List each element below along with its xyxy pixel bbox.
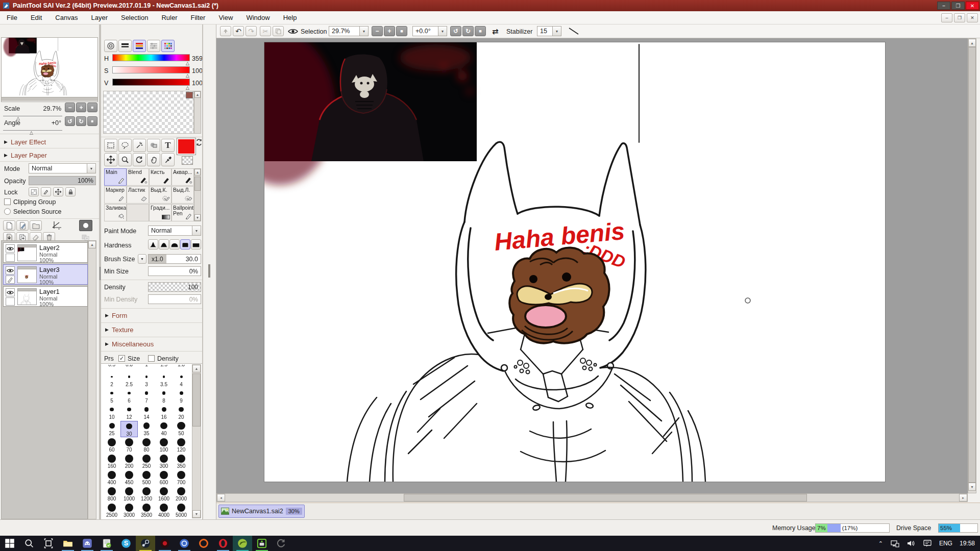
blend-mode-combo[interactable]: Normal▼ xyxy=(29,163,96,173)
title-bar[interactable]: PaintTool SAI Ver.2 (64bit) Preview.2017… xyxy=(0,0,980,11)
cut-button[interactable]: ✂ xyxy=(260,26,271,36)
canvas[interactable] xyxy=(264,42,886,482)
taskbar-app-blue-circle-icon[interactable] xyxy=(175,536,194,551)
size-preset-5000[interactable]: 5000 xyxy=(173,503,190,519)
size-preset-clipped[interactable]: 1.8 xyxy=(173,365,190,371)
size-preset-700[interactable]: 700 xyxy=(173,470,190,486)
canvas-vscrollbar[interactable]: ▲ ▼ xyxy=(968,38,976,493)
toolbar-scroll-button[interactable] xyxy=(220,26,231,36)
scroll-right-icon[interactable]: ▸ xyxy=(959,494,967,502)
hsv-slider-button[interactable] xyxy=(133,40,146,52)
hardness-soft-button[interactable] xyxy=(159,239,169,249)
hardness-spike-button[interactable] xyxy=(148,239,158,249)
brush-гради-[interactable]: Гради... xyxy=(149,204,172,221)
size-preset-clipped[interactable]: 0.8 xyxy=(120,365,138,371)
size-preset-1000[interactable]: 1000 xyxy=(120,486,138,503)
taskbar-steam-icon[interactable] xyxy=(136,536,155,551)
text-tool[interactable]: T xyxy=(161,139,175,152)
brush-main[interactable]: Main xyxy=(104,168,127,186)
size-preset-20[interactable]: 20 xyxy=(173,405,190,421)
hardness-medium-button[interactable] xyxy=(169,239,180,249)
transform-tool-button[interactable] xyxy=(51,220,66,231)
saturation-slider[interactable] xyxy=(112,66,190,73)
scale-minus-button[interactable]: − xyxy=(65,103,75,112)
paint-mode-combo[interactable]: Normal▼ xyxy=(148,226,201,236)
size-preset-600[interactable]: 600 xyxy=(155,470,173,486)
redo-button[interactable]: ↷ xyxy=(246,26,257,36)
brush-blend[interactable]: Blend xyxy=(127,168,149,186)
layer-visibility-toggle[interactable] xyxy=(6,244,15,253)
menu-layer[interactable]: Layer xyxy=(84,11,114,24)
menu-file[interactable]: File xyxy=(0,11,24,24)
scroll-up-icon[interactable]: ▲ xyxy=(88,241,96,248)
chevron-down-icon[interactable]: ▼ xyxy=(359,26,369,36)
navigator-thumbnail[interactable] xyxy=(2,38,97,95)
brush-list-scrollbar[interactable]: ▲ ▼ xyxy=(194,168,201,221)
lock-all-button[interactable] xyxy=(65,187,76,196)
gray-slider-button[interactable] xyxy=(118,40,132,52)
brush-size-unit-dropdown[interactable]: ▼ xyxy=(138,254,146,264)
brush-кисть[interactable]: Кисть xyxy=(149,168,172,186)
clock[interactable]: 19:58 xyxy=(960,540,975,547)
menu-filter[interactable]: Filter xyxy=(184,11,212,24)
taskbar-discord-icon[interactable] xyxy=(78,536,97,551)
size-preset-160[interactable]: 160 xyxy=(103,454,120,470)
size-preset-35[interactable]: 35 xyxy=(138,421,155,437)
taskbar-app-spinner-icon[interactable] xyxy=(272,536,291,551)
brush-маркер[interactable]: Маркер xyxy=(104,186,127,204)
canvas-drawing[interactable] xyxy=(264,42,885,482)
size-preset-500[interactable]: 500 xyxy=(138,470,155,486)
taskbar-app-green-circle-icon[interactable] xyxy=(233,536,252,551)
size-preset-14[interactable]: 14 xyxy=(138,405,155,421)
document-tab[interactable]: NewCanvas1.sai2 30% xyxy=(218,505,305,518)
swap-colors-icon[interactable] xyxy=(196,138,202,147)
menu-canvas[interactable]: Canvas xyxy=(48,11,84,24)
taskbar-notepad-icon[interactable] xyxy=(97,536,116,551)
size-preset-40[interactable]: 40 xyxy=(155,421,173,437)
size-preset-8[interactable]: 8 xyxy=(155,388,173,405)
scroll-down-icon[interactable]: ▼ xyxy=(968,483,976,491)
close-button[interactable]: ✕ xyxy=(966,2,979,10)
chevron-down-icon[interactable]: ▼ xyxy=(438,26,447,36)
scroll-up-icon[interactable]: ▲ xyxy=(968,39,976,47)
size-preset-200[interactable]: 200 xyxy=(120,454,138,470)
hardness-square-button[interactable] xyxy=(191,239,201,249)
gutter-handle[interactable] xyxy=(208,264,210,278)
angle-combo[interactable]: +0.0°▼ xyxy=(412,26,447,36)
size-preset-450[interactable]: 450 xyxy=(120,470,138,486)
texture-header[interactable]: ▶Texture xyxy=(101,324,202,335)
size-preset-25[interactable]: 25 xyxy=(103,421,120,437)
size-preset-4[interactable]: 4 xyxy=(173,372,190,388)
mask-view-button[interactable] xyxy=(79,220,92,231)
size-preset-70[interactable]: 70 xyxy=(120,437,138,454)
size-preset-2.5[interactable]: 2.5 xyxy=(120,372,138,388)
lock-position-button[interactable] xyxy=(53,187,63,196)
mixer-button[interactable] xyxy=(147,40,160,52)
zoom-reset-button[interactable]: ■ xyxy=(396,26,407,36)
taskbar-app-red-circle-icon[interactable] xyxy=(155,536,175,551)
hue-slider[interactable] xyxy=(112,54,190,61)
language-indicator[interactable]: ENG xyxy=(939,540,952,547)
zoom-out-button[interactable]: − xyxy=(372,26,383,36)
brush-ballpoint-pen[interactable]: Ballpoint Pen xyxy=(172,204,194,221)
lasso-tool[interactable] xyxy=(118,139,132,152)
size-preset-3[interactable]: 3 xyxy=(138,372,155,388)
brush-ластик[interactable]: Ластик xyxy=(127,186,149,204)
size-preset-80[interactable]: 80 xyxy=(138,437,155,454)
swatches-button[interactable] xyxy=(161,40,175,52)
saturation-slider-handle[interactable]: △ xyxy=(186,73,189,78)
chevron-down-icon[interactable]: ▼ xyxy=(552,26,561,36)
value-slider-handle[interactable]: △ xyxy=(186,86,189,90)
size-preset-120[interactable]: 120 xyxy=(173,437,190,454)
hue-slider-handle[interactable]: △ xyxy=(186,61,189,66)
size-preset-2000[interactable]: 2000 xyxy=(173,486,190,503)
rotate-reset-button[interactable]: ■ xyxy=(475,26,486,36)
menu-window[interactable]: Window xyxy=(239,11,276,24)
menu-view[interactable]: View xyxy=(212,11,239,24)
size-preset-clipped[interactable]: 0.5 xyxy=(103,365,120,371)
size-preset-6[interactable]: 6 xyxy=(120,388,138,405)
menu-ruler[interactable]: Ruler xyxy=(155,11,184,24)
canvas-hscrollbar[interactable]: ◂ ▸ xyxy=(216,493,968,502)
layer-row-layer3[interactable]: Layer3Normal100% xyxy=(3,264,88,285)
brush-empty[interactable] xyxy=(127,204,149,221)
